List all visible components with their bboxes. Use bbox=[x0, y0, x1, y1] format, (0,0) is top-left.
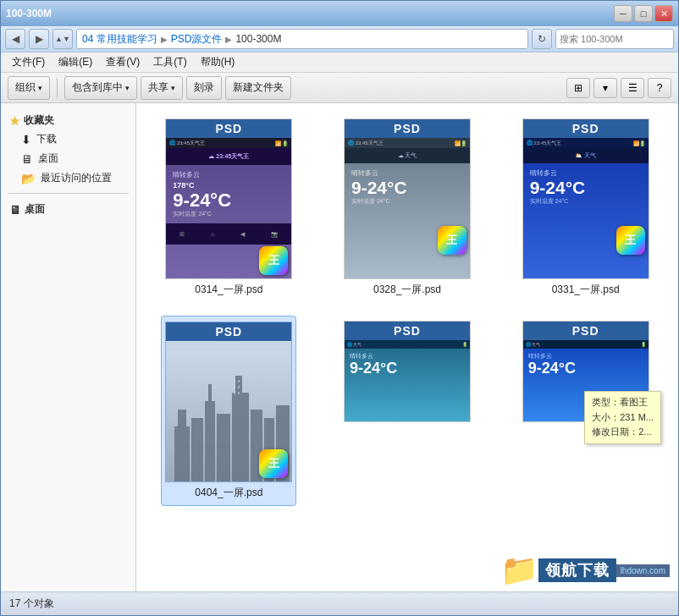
psd-icon-0404: 王 bbox=[259, 449, 288, 478]
toolbar-right: ⊞ ▾ ☰ ? bbox=[566, 78, 671, 98]
search-input[interactable] bbox=[556, 34, 674, 44]
minimize-button[interactable]: ─ bbox=[614, 5, 632, 22]
item-count: 17 个对象 bbox=[9, 597, 54, 611]
svg-rect-1 bbox=[174, 426, 190, 481]
psd-header-0405a: PSD bbox=[345, 322, 470, 340]
recent-icon: 📂 bbox=[21, 172, 36, 185]
thumb-body-0331: 🌐 23:45天气王📶🔋 ⛅ 天气 晴转多云 9-24°C 实时温度 24°C bbox=[523, 138, 649, 278]
toolbar: 组织 ▾ 包含到库中 ▾ 共享 ▾ 刻录 新建文件夹 ⊞ ▾ ☰ ? bbox=[1, 73, 678, 103]
psd-header-0405b: PSD bbox=[523, 322, 649, 340]
psd-header-0328: PSD bbox=[345, 119, 470, 138]
explorer-window: 100-300M ─ □ ✕ ◀ ▶ ▲▼ 04 常用技能学习 ▶ PSD源文件… bbox=[0, 0, 679, 616]
view-details-button[interactable]: ☰ bbox=[621, 78, 644, 98]
file-name-0328: 0328_一屏.psd bbox=[373, 283, 441, 297]
thumb-body-0328: 🌐 23:45天气王📶🔋 ☁ 天气 晴转多云 9-24°C 实时温度 24°C bbox=[345, 138, 470, 278]
thumbnail-0331: PSD 🌐 23:45天气王📶🔋 ⛅ 天气 晴转多云 9-24°C 实时温度 2… bbox=[522, 118, 649, 279]
new-folder-button[interactable]: 新建文件夹 bbox=[225, 76, 291, 100]
menu-file[interactable]: 文件(F) bbox=[5, 53, 52, 71]
svg-rect-4 bbox=[205, 401, 215, 481]
desktop-icon: 🖥 bbox=[21, 152, 33, 166]
breadcrumb-item-2[interactable]: PSD源文件 bbox=[171, 32, 223, 47]
file-item-0314[interactable]: PSD 🌐 23:45天气王 📶 🔋 ☁ 23:45天气王 晴转多云 178°C… bbox=[161, 113, 296, 302]
svg-rect-14 bbox=[234, 386, 235, 388]
share-button[interactable]: 共享 ▾ bbox=[141, 76, 183, 100]
thumb-body-0404: 王 bbox=[166, 341, 291, 481]
file-tooltip: 类型：看图王 大小：231 M... 修改日期：2... bbox=[584, 391, 661, 444]
file-grid: PSD 🌐 23:45天气王 📶 🔋 ☁ 23:45天气王 晴转多云 178°C… bbox=[146, 113, 668, 506]
main-area: ★ 收藏夹 ⬇ 下载 🖥 桌面 📂 最近访问的位置 🖥 桌面 bbox=[1, 103, 678, 591]
breadcrumb-item-3: 100-300M bbox=[235, 33, 281, 45]
toolbar-separator-1 bbox=[57, 78, 58, 98]
file-item-0404[interactable]: PSD bbox=[161, 316, 296, 506]
breadcrumb[interactable]: 04 常用技能学习 ▶ PSD源文件 ▶ 100-300M bbox=[76, 29, 528, 49]
star-icon: ★ bbox=[9, 114, 20, 128]
sidebar-item-download[interactable]: ⬇ 下载 bbox=[1, 129, 135, 149]
file-name-0314: 0314_一屏.psd bbox=[195, 283, 262, 297]
dropdown-arrow: ▾ bbox=[38, 84, 42, 92]
refresh-button[interactable]: ↻ bbox=[532, 29, 552, 49]
organize-label: 组织 bbox=[15, 80, 36, 95]
status-bar-0314: 🌐 23:45天气王 📶 🔋 bbox=[166, 138, 291, 148]
include-lib-button[interactable]: 包含到库中 ▾ bbox=[64, 76, 137, 100]
favorites-section: ★ 收藏夹 bbox=[1, 110, 135, 129]
svg-rect-13 bbox=[238, 380, 240, 382]
close-button[interactable]: ✕ bbox=[654, 5, 673, 22]
psd-icon-0314: 王 bbox=[259, 246, 288, 275]
svg-rect-7 bbox=[232, 393, 249, 481]
file-name-0331: 0331_一屏.psd bbox=[552, 283, 620, 297]
status-bar: 17 个对象 bbox=[1, 591, 678, 615]
window-controls: ─ □ ✕ bbox=[614, 5, 673, 22]
psd-header-0314: PSD bbox=[166, 119, 291, 138]
psd-header-0404: PSD bbox=[166, 322, 291, 341]
forward-button[interactable]: ▶ bbox=[29, 29, 49, 49]
sidebar-label-desktop: 桌面 bbox=[38, 151, 58, 166]
menu-view[interactable]: 查看(V) bbox=[99, 53, 146, 71]
organize-button[interactable]: 组织 ▾ bbox=[8, 76, 50, 100]
file-area[interactable]: PSD 🌐 23:45天气王 📶 🔋 ☁ 23:45天气王 晴转多云 178°C… bbox=[136, 103, 678, 591]
svg-rect-2 bbox=[178, 410, 186, 426]
svg-rect-6 bbox=[217, 414, 230, 481]
weather-info-0314: 晴转多云 178°C 9-24°C 实时温度 24°C bbox=[166, 165, 291, 223]
address-bar: ◀ ▶ ▲▼ 04 常用技能学习 ▶ PSD源文件 ▶ 100-300M ↻ 🔍 bbox=[1, 26, 678, 52]
thumb-body-0405a: 🌐 天气🔋 晴转多云 9-24°C bbox=[345, 340, 470, 421]
watermark: 📁 领航下载 lhdown.com bbox=[500, 553, 670, 588]
up-button[interactable]: ▲▼ bbox=[52, 29, 73, 49]
phone-bottom-0314: ⊞⌂◀📷 bbox=[166, 223, 291, 245]
watermark-subtext: lhdown.com bbox=[616, 564, 670, 577]
record-button[interactable]: 刻录 bbox=[186, 76, 222, 100]
maximize-button[interactable]: □ bbox=[634, 5, 653, 22]
sidebar-item-recent[interactable]: 📂 最近访问的位置 bbox=[1, 168, 135, 188]
file-name-0404: 0404_一屏.psd bbox=[195, 486, 262, 500]
download-icon: ⬇ bbox=[21, 133, 31, 146]
view-large-icon-button[interactable]: ⊞ bbox=[566, 78, 590, 98]
file-item-0328[interactable]: PSD 🌐 23:45天气王📶🔋 ☁ 天气 晴转多云 9-24°C 实时温度 2… bbox=[340, 113, 475, 302]
menu-tools[interactable]: 工具(T) bbox=[146, 53, 193, 71]
menu-help[interactable]: 帮助(H) bbox=[194, 53, 242, 71]
desktop-section: 🖥 桌面 bbox=[1, 199, 135, 218]
new-folder-label: 新建文件夹 bbox=[233, 80, 284, 95]
watermark-text: 领航下载 bbox=[538, 558, 616, 582]
back-button[interactable]: ◀ bbox=[5, 29, 25, 49]
thumbnail-0328: PSD 🌐 23:45天气王📶🔋 ☁ 天气 晴转多云 9-24°C 实时温度 2… bbox=[344, 118, 471, 279]
dropdown-arrow-3: ▾ bbox=[171, 84, 175, 92]
search-bar: 🔍 bbox=[555, 29, 674, 49]
svg-rect-12 bbox=[234, 380, 235, 382]
thumbnail-0404: PSD bbox=[165, 322, 292, 482]
sidebar-divider bbox=[8, 193, 129, 194]
svg-rect-17 bbox=[238, 392, 240, 394]
menu-edit[interactable]: 编辑(E) bbox=[52, 53, 99, 71]
view-dropdown-button[interactable]: ▾ bbox=[593, 78, 617, 98]
svg-rect-5 bbox=[208, 384, 212, 401]
breadcrumb-item-1[interactable]: 04 常用技能学习 bbox=[82, 32, 157, 47]
include-lib-label: 包含到库中 bbox=[72, 80, 123, 95]
psd-icon-0331: 王 bbox=[616, 226, 645, 255]
psd-header-0331: PSD bbox=[523, 119, 649, 138]
file-item-0331[interactable]: PSD 🌐 23:45天气王📶🔋 ⛅ 天气 晴转多云 9-24°C 实时温度 2… bbox=[518, 113, 654, 302]
sidebar-label-download: 下载 bbox=[36, 132, 57, 146]
desktop-section-label: 桌面 bbox=[25, 202, 45, 217]
help-button[interactable]: ? bbox=[648, 78, 671, 98]
file-item-0405a[interactable]: PSD 🌐 天气🔋 晴转多云 9-24°C bbox=[340, 316, 475, 506]
sidebar-item-desktop[interactable]: 🖥 桌面 bbox=[1, 149, 135, 168]
share-label: 共享 bbox=[148, 80, 168, 95]
desktop-section-icon: 🖥 bbox=[9, 203, 21, 217]
